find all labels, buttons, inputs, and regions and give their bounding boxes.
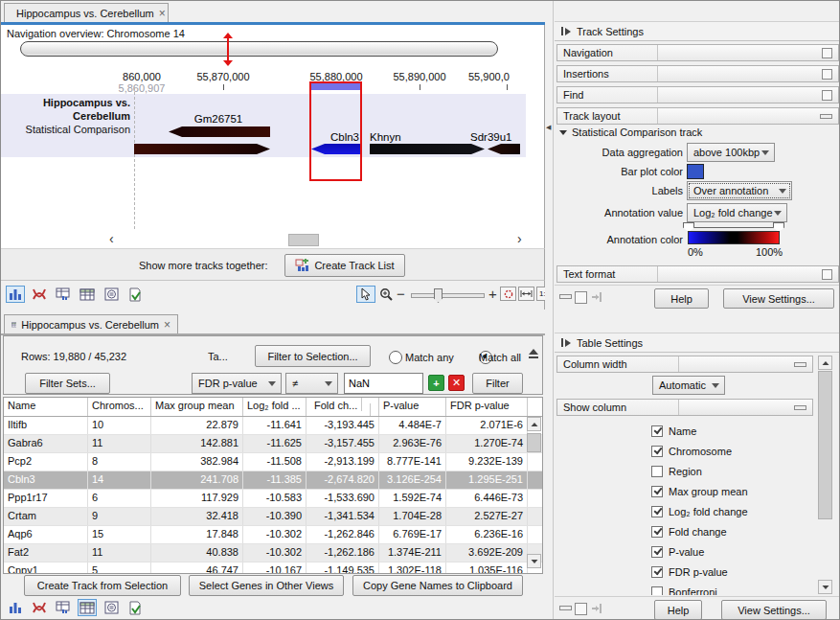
show-column-item[interactable]: Bonferroni — [651, 582, 809, 595]
v-scrollbar-thumb[interactable] — [527, 433, 541, 452]
help-button[interactable]: Help — [654, 600, 702, 620]
scroll-down-icon[interactable] — [818, 580, 832, 594]
zoom-slider-track[interactable] — [411, 293, 485, 298]
help-button[interactable]: Help — [654, 288, 709, 309]
column-header-sorted[interactable]: Fold ch... — [306, 398, 379, 416]
track-settings-header[interactable]: Track Settings — [555, 21, 840, 41]
show-column-item[interactable]: Chromosome — [651, 441, 809, 461]
section-text-format[interactable]: Text format — [556, 265, 839, 283]
view-settings-button[interactable]: View Settings... — [721, 600, 827, 620]
copy-gene-names-button[interactable]: Copy Gene Names to Clipboard — [352, 575, 523, 596]
section-insertions[interactable]: Insertions — [556, 65, 839, 82]
show-column-item[interactable]: Region — [651, 461, 809, 481]
expand-section-icon[interactable] — [822, 69, 832, 80]
column-header[interactable]: Max group mean — [151, 398, 243, 416]
view-settings-button[interactable]: View Settings... — [723, 288, 834, 309]
table-row[interactable]: Fat21140.838-10.302-1,262.1861.374E-2113… — [4, 544, 542, 563]
table-row[interactable]: Crtam932.418-10.390-1,341.5341.704E-282.… — [4, 508, 542, 526]
venn-diagram-icon[interactable] — [102, 286, 121, 303]
scroll-right-icon[interactable]: › — [517, 233, 522, 244]
checkbox-checked-icon[interactable] — [651, 425, 663, 437]
filter-sets-button[interactable]: Filter Sets... — [25, 373, 110, 394]
table-chart-view-icon[interactable] — [54, 599, 73, 616]
filter-to-selection-button[interactable]: Filter to Selection... — [255, 345, 371, 367]
zoom-selection-icon[interactable] — [500, 287, 516, 301]
stat-comparison-group[interactable]: Statistical Comparison track — [559, 126, 702, 138]
table-settings-header[interactable]: Table Settings — [555, 333, 840, 353]
close-icon[interactable]: × — [164, 320, 170, 330]
expand-section-icon[interactable] — [822, 90, 832, 101]
selection-rectangle[interactable] — [309, 81, 362, 181]
bar-plot-color-swatch[interactable] — [687, 164, 704, 179]
collapse-section-icon[interactable] — [820, 114, 832, 119]
dock-panel-icon[interactable] — [591, 291, 602, 303]
gene-arrow-gm26751[interactable] — [169, 126, 270, 137]
table-row[interactable]: Aqp61517.848-10.302-1,262.8466.769E-176.… — [4, 526, 542, 544]
show-column-item[interactable]: Fold change — [651, 521, 809, 541]
annotation-color-gradient[interactable] — [688, 231, 780, 244]
show-column-item[interactable]: Max group mean — [651, 481, 809, 501]
checkbox-checked-icon[interactable] — [651, 526, 663, 538]
column-header[interactable]: Log₂ fold ... — [243, 398, 306, 416]
create-track-list-button[interactable]: Create Track List — [284, 254, 405, 277]
column-width-select[interactable]: Automatic — [652, 376, 725, 395]
venn-diagram-icon[interactable] — [102, 599, 121, 616]
table-row[interactable]: Gabra611142.881-11.625-3,157.4552.963E-7… — [4, 435, 542, 453]
volcano-plot-icon[interactable] — [30, 286, 49, 303]
tab-table-view[interactable]: Hippocampus vs. Cerebellum × — [4, 314, 178, 333]
volcano-plot-icon[interactable] — [30, 599, 49, 616]
filter-column-select[interactable]: FDR p-value — [192, 373, 282, 394]
checkbox-checked-icon[interactable] — [651, 546, 663, 558]
match-any-radio[interactable] — [389, 351, 402, 364]
column-header[interactable]: Name — [4, 398, 88, 416]
gene-arrow-unlabeled[interactable] — [134, 144, 270, 154]
document-check-icon[interactable] — [125, 599, 145, 616]
track-view-icon[interactable] — [6, 599, 25, 616]
expand-section-icon[interactable] — [822, 48, 832, 58]
cursor-tool-icon[interactable] — [356, 286, 375, 303]
v-scrollbar-thumb[interactable] — [818, 371, 832, 519]
close-icon[interactable]: × — [159, 9, 166, 18]
show-column-item[interactable]: P-value — [651, 541, 809, 562]
table-row[interactable]: Pcp28382.984-11.508-2,913.1998.777E-1419… — [4, 453, 542, 471]
zoom-slider-thumb[interactable] — [434, 288, 443, 303]
column-header[interactable]: P-value — [379, 398, 446, 416]
scroll-left-icon[interactable]: ‹ — [109, 233, 114, 244]
labels-select[interactable]: Over annotation — [687, 181, 792, 200]
select-genes-other-views-button[interactable]: Select Genes in Other Views — [189, 575, 344, 596]
checkbox-checked-icon[interactable] — [651, 506, 663, 517]
scroll-up-icon[interactable] — [818, 356, 832, 370]
table-row[interactable]: Cnpy1546.747-10.167-1,149.5351.302E-1181… — [4, 563, 542, 574]
checkbox-checked-icon[interactable] — [651, 486, 663, 497]
vertical-splitter[interactable] — [545, 312, 554, 620]
data-aggregation-select[interactable]: above 100kbp — [687, 143, 775, 162]
table-view-icon[interactable] — [78, 599, 97, 616]
table-row[interactable]: Ppp1r176117.929-10.583-1,533.6901.592E-7… — [4, 490, 542, 508]
table-chart-view-icon[interactable] — [54, 286, 73, 303]
collapse-filter-icon[interactable] — [529, 349, 538, 358]
checkbox-unchecked-icon[interactable] — [651, 586, 663, 596]
column-header[interactable]: FDR p-value — [446, 398, 528, 416]
track-view-icon[interactable] — [6, 286, 25, 303]
section-track-layout[interactable]: Track layout — [556, 107, 839, 125]
chromosome-overview[interactable] — [20, 41, 498, 57]
section-show-column[interactable]: Show column — [556, 399, 813, 416]
zoom-out-icon[interactable]: − — [397, 288, 405, 300]
show-column-item[interactable]: FDR p-value — [651, 562, 809, 582]
checkbox-unchecked-icon[interactable] — [651, 466, 663, 477]
section-find[interactable]: Find — [556, 86, 839, 103]
annotation-value-select[interactable]: Log₂ fold change — [687, 203, 787, 222]
expand-section-icon[interactable] — [822, 269, 832, 280]
tab-track-view[interactable]: Hippocampus vs. Cerebellum × — [4, 3, 169, 22]
document-check-icon[interactable] — [125, 286, 145, 303]
restore-panel-icon[interactable] — [575, 603, 587, 615]
zoom-in-icon[interactable]: + — [488, 287, 497, 300]
minimize-panel-icon[interactable] — [559, 294, 572, 299]
table-row[interactable]: Iltifb1022.879-11.641-3,193.4454.484E-72… — [4, 417, 542, 435]
minimize-panel-icon[interactable] — [559, 606, 572, 610]
section-navigation[interactable]: Navigation — [556, 44, 839, 61]
column-header[interactable]: Chromos... — [88, 398, 151, 416]
restore-panel-icon[interactable] — [575, 291, 587, 304]
collapse-panel-icon[interactable]: ◀ — [546, 124, 551, 131]
show-column-item[interactable]: Name — [651, 421, 809, 441]
